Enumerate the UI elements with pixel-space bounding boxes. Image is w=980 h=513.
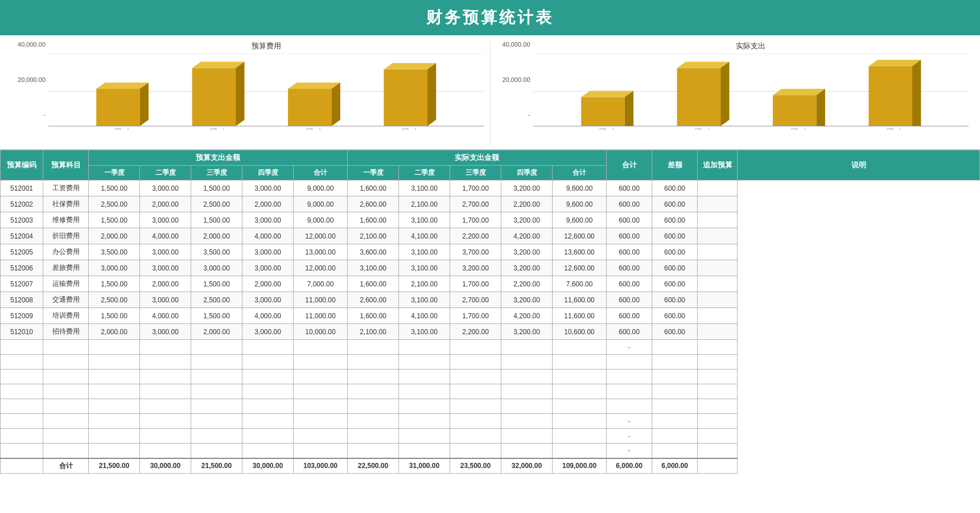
svg-rect-23 (581, 97, 625, 126)
empty-cell (89, 414, 140, 429)
bsubtotal-header: 合计 (294, 166, 348, 180)
charts-divider (490, 41, 491, 143)
empty-cell (140, 444, 191, 458)
table-row: 512007 运输费用 1,500.00 2,000.00 1,500.00 2… (1, 276, 980, 292)
total-label: 合计 (43, 458, 89, 474)
empty-row (1, 355, 980, 370)
empty-dash-cell: - (607, 429, 652, 444)
cell-bq3: 2,000.00 (191, 324, 242, 340)
table-row: 512002 社保费用 2,500.00 2,000.00 2,500.00 2… (1, 196, 980, 212)
svg-text:三季度: 三季度 (295, 128, 325, 129)
cell-aq4: 4,200.00 (501, 228, 553, 244)
cell-note (698, 228, 738, 244)
empty-cell (698, 340, 738, 355)
cell-aq1: 1,600.00 (348, 308, 399, 324)
empty-cell (294, 355, 348, 370)
aq3-header: 三季度 (450, 166, 501, 180)
total-row: 合计 21,500.00 30,000.00 21,500.00 30,000.… (1, 458, 980, 474)
total-note (698, 458, 738, 474)
empty-cell (399, 414, 450, 429)
add-header: 追加预算 (698, 150, 738, 180)
cell-aq4: 3,200.00 (501, 292, 553, 308)
cell-add: 600.00 (652, 228, 698, 244)
cell-aq1: 3,600.00 (348, 244, 399, 260)
empty-cell (698, 370, 738, 384)
empty-cell (43, 355, 89, 370)
svg-rect-26 (677, 68, 720, 126)
cell-bq2: 4,000.00 (140, 228, 191, 244)
cell-bq4: 3,000.00 (242, 260, 294, 276)
cell-aq2: 2,100.00 (399, 196, 450, 212)
empty-cell (89, 399, 140, 414)
cell-bq2: 4,000.00 (140, 308, 191, 324)
right-chart-svg: 一季度 二季度 三季度 四季度 (533, 54, 969, 129)
empty-cell (43, 340, 89, 355)
empty-cell (348, 444, 399, 458)
table-row: 512010 招待费用 2,000.00 3,000.00 2,000.00 3… (1, 324, 980, 340)
cell-bq2: 3,000.00 (140, 292, 191, 308)
empty-dash-cell: - (607, 414, 652, 429)
cell-bq2: 3,000.00 (140, 260, 191, 276)
cell-atotal: 9,600.00 (553, 180, 607, 196)
bq3-header: 三季度 (191, 166, 242, 180)
cell-aq4: 2,200.00 (501, 196, 553, 212)
empty-cell (450, 340, 501, 355)
cell-aq2: 4,100.00 (399, 228, 450, 244)
cell-btotal: 11,000.00 (294, 308, 348, 324)
cell-aq4: 3,200.00 (501, 212, 553, 228)
empty-cell (43, 399, 89, 414)
empty-cell (399, 429, 450, 444)
svg-text:四季度: 四季度 (391, 128, 421, 129)
svg-marker-5 (140, 83, 149, 126)
cell-aq4: 3,200.00 (501, 260, 553, 276)
empty-cell (652, 429, 698, 444)
empty-cell (399, 399, 450, 414)
cell-aq3: 3,200.00 (450, 260, 501, 276)
cell-diff: 600.00 (607, 244, 652, 260)
cell-diff: 600.00 (607, 212, 652, 228)
cell-add: 600.00 (652, 180, 698, 196)
cell-aq2: 3,100.00 (399, 244, 450, 260)
cell-bq2: 2,000.00 (140, 276, 191, 292)
empty-cell (1, 370, 43, 384)
empty-cell (450, 370, 501, 384)
col-code-header: 预算编码 (1, 150, 43, 180)
svg-marker-33 (868, 60, 921, 66)
cell-bq4: 4,000.00 (242, 308, 294, 324)
empty-cell (652, 340, 698, 355)
cell-bq4: 2,000.00 (242, 196, 294, 212)
empty-cell (242, 355, 294, 370)
title-bar: 财务预算统计表 (0, 0, 980, 35)
diff-header: 差额 (652, 150, 698, 180)
cell-atotal: 9,600.00 (553, 196, 607, 212)
empty-cell (242, 370, 294, 384)
cell-add: 600.00 (652, 324, 698, 340)
total-add: 6,000.00 (652, 458, 698, 474)
svg-marker-13 (384, 63, 436, 69)
cell-bq3: 3,500.00 (191, 244, 242, 260)
empty-cell (1, 399, 43, 414)
cell-aq2: 3,100.00 (399, 260, 450, 276)
cell-aq3: 1,700.00 (450, 180, 501, 196)
empty-cell (191, 355, 242, 370)
cell-add: 600.00 (652, 212, 698, 228)
cell-code: 512009 (1, 308, 43, 324)
cell-name: 社保费用 (43, 196, 89, 212)
empty-dash-cell (607, 399, 652, 414)
svg-text:一季度: 一季度 (104, 128, 133, 129)
empty-cell (43, 370, 89, 384)
cell-bq3: 2,500.00 (191, 292, 242, 308)
svg-marker-30 (773, 89, 825, 95)
total-btotal: 103,000.00 (294, 458, 348, 474)
cell-btotal: 9,000.00 (294, 180, 348, 196)
page-wrapper: 财务预算统计表 40,000.00 20,000.00 - 预算费用 (0, 0, 980, 513)
cell-add: 600.00 (652, 244, 698, 260)
empty-cell (242, 340, 294, 355)
cell-aq2: 4,100.00 (399, 308, 450, 324)
empty-cell (191, 429, 242, 444)
empty-cell (140, 384, 191, 399)
svg-marker-7 (192, 61, 245, 68)
cell-aq4: 3,200.00 (501, 180, 553, 196)
total-bq3: 21,500.00 (191, 458, 242, 474)
left-chart-title: 预算费用 (48, 41, 484, 51)
